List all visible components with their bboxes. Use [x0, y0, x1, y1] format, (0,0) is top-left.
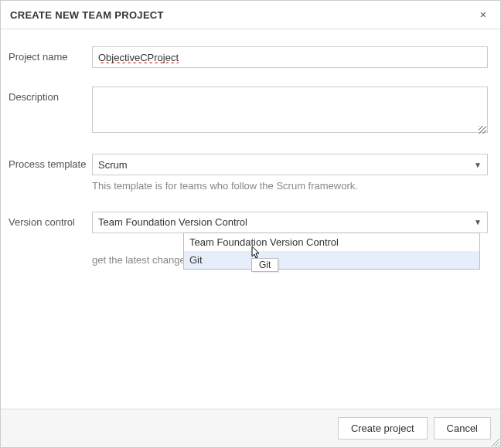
resize-grip-icon[interactable] — [490, 437, 499, 446]
version-control-selected-text: Team Foundation Version Control — [98, 216, 247, 228]
chevron-down-icon: ▼ — [474, 161, 482, 169]
process-template-select[interactable]: Scrum ▼ — [92, 154, 488, 175]
project-name-input[interactable] — [92, 46, 488, 68]
cancel-button[interactable]: Cancel — [434, 417, 491, 440]
version-control-option-tfvc[interactable]: Team Foundation Version Control — [184, 233, 479, 251]
description-textarea[interactable] — [92, 87, 488, 133]
process-template-help: This template is for teams who follow th… — [92, 180, 488, 193]
version-control-row: Version control Team Foundation Version … — [9, 212, 492, 233]
dialog-body: Project name Description Process templat… — [1, 29, 500, 409]
version-control-option-git[interactable]: Git — [184, 251, 479, 269]
svg-line-2 — [498, 445, 499, 446]
dialog-header: CREATE NEW TEAM PROJECT × — [1, 1, 500, 29]
dialog-title: CREATE NEW TEAM PROJECT — [10, 9, 164, 21]
project-name-row: Project name — [9, 46, 492, 68]
mouse-cursor-icon — [250, 246, 262, 261]
description-label: Description — [9, 87, 92, 103]
create-project-button[interactable]: Create project — [338, 417, 428, 440]
chevron-down-icon: ▼ — [474, 218, 482, 226]
version-control-dropdown-list: Team Foundation Version Control Git — [183, 232, 480, 270]
version-control-select[interactable]: Team Foundation Version Control ▼ — [92, 212, 488, 233]
process-template-selected-text: Scrum — [98, 159, 128, 171]
dialog-footer: Create project Cancel — [1, 409, 500, 447]
project-name-label: Project name — [9, 46, 92, 63]
version-control-label: Version control — [9, 212, 92, 228]
close-icon: × — [480, 8, 487, 21]
close-button[interactable]: × — [475, 7, 491, 22]
process-template-row: Process template Scrum ▼ This template i… — [9, 154, 492, 193]
description-row: Description — [9, 87, 492, 135]
create-team-project-dialog: CREATE NEW TEAM PROJECT × Project name D… — [0, 0, 501, 448]
version-control-help: get the latest changes. — [92, 254, 193, 266]
process-template-label: Process template — [9, 154, 92, 170]
